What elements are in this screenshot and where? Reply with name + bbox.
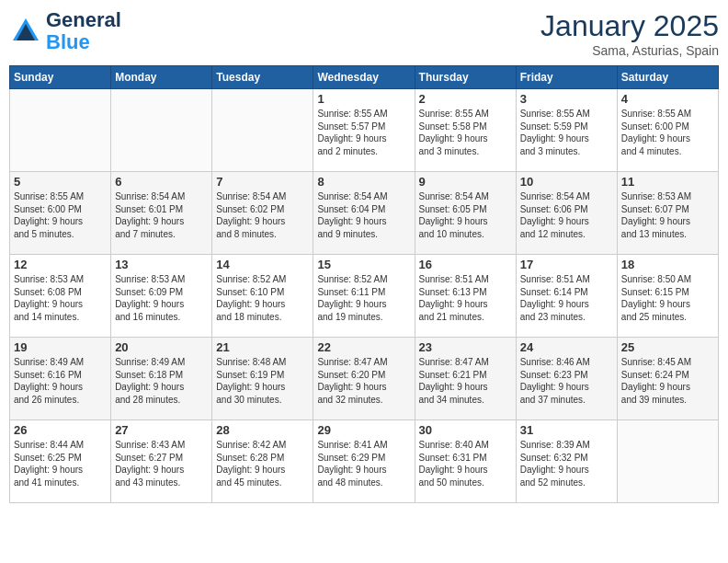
calendar-cell: 3Sunrise: 8:55 AM Sunset: 5:59 PM Daylig… (516, 89, 617, 172)
day-info: Sunrise: 8:47 AM Sunset: 6:21 PM Dayligh… (419, 356, 512, 406)
calendar-cell: 9Sunrise: 8:54 AM Sunset: 6:05 PM Daylig… (415, 172, 516, 255)
day-number: 21 (216, 340, 309, 354)
calendar-week-row: 1Sunrise: 8:55 AM Sunset: 5:57 PM Daylig… (10, 89, 719, 172)
day-number: 17 (520, 258, 613, 271)
day-number: 10 (520, 175, 613, 189)
day-info: Sunrise: 8:55 AM Sunset: 5:58 PM Dayligh… (419, 108, 512, 157)
day-info: Sunrise: 8:54 AM Sunset: 6:04 PM Dayligh… (317, 190, 410, 240)
calendar-cell: 1Sunrise: 8:55 AM Sunset: 5:57 PM Daylig… (313, 89, 415, 172)
day-info: Sunrise: 8:51 AM Sunset: 6:13 PM Dayligh… (419, 273, 512, 323)
day-number: 25 (621, 340, 714, 354)
calendar-cell: 17Sunrise: 8:51 AM Sunset: 6:14 PM Dayli… (516, 255, 617, 338)
calendar-cell: 24Sunrise: 8:46 AM Sunset: 6:23 PM Dayli… (516, 338, 617, 420)
calendar-cell: 2Sunrise: 8:55 AM Sunset: 5:58 PM Daylig… (415, 89, 516, 172)
calendar-cell: 23Sunrise: 8:47 AM Sunset: 6:21 PM Dayli… (415, 338, 516, 420)
day-number: 15 (317, 258, 410, 271)
calendar-cell: 29Sunrise: 8:41 AM Sunset: 6:29 PM Dayli… (313, 420, 415, 503)
day-number: 4 (621, 92, 714, 106)
day-info: Sunrise: 8:54 AM Sunset: 6:06 PM Dayligh… (520, 190, 613, 240)
day-number: 30 (419, 423, 512, 437)
calendar-table: SundayMondayTuesdayWednesdayThursdayFrid… (9, 65, 719, 503)
day-number: 3 (520, 92, 613, 106)
day-number: 18 (621, 258, 714, 271)
calendar-cell: 7Sunrise: 8:54 AM Sunset: 6:02 PM Daylig… (212, 172, 313, 255)
day-number: 22 (317, 340, 410, 354)
calendar-cell: 25Sunrise: 8:45 AM Sunset: 6:24 PM Dayli… (617, 338, 718, 420)
weekday-header: Tuesday (212, 66, 313, 89)
title-block: January 2025 Sama, Asturias, Spain (540, 9, 719, 58)
day-info: Sunrise: 8:49 AM Sunset: 6:16 PM Dayligh… (14, 356, 107, 406)
calendar-cell (10, 89, 111, 172)
day-info: Sunrise: 8:54 AM Sunset: 6:05 PM Dayligh… (419, 190, 512, 240)
calendar-cell: 30Sunrise: 8:40 AM Sunset: 6:31 PM Dayli… (415, 420, 516, 503)
day-number: 2 (419, 92, 512, 106)
day-info: Sunrise: 8:48 AM Sunset: 6:19 PM Dayligh… (216, 356, 309, 406)
day-number: 31 (520, 423, 613, 437)
day-number: 7 (216, 175, 309, 189)
day-info: Sunrise: 8:52 AM Sunset: 6:10 PM Dayligh… (216, 273, 309, 323)
calendar-cell: 8Sunrise: 8:54 AM Sunset: 6:04 PM Daylig… (313, 172, 415, 255)
day-info: Sunrise: 8:39 AM Sunset: 6:32 PM Dayligh… (520, 439, 613, 488)
calendar-cell: 20Sunrise: 8:49 AM Sunset: 6:18 PM Dayli… (111, 338, 212, 420)
calendar-cell (617, 420, 718, 503)
calendar-cell: 31Sunrise: 8:39 AM Sunset: 6:32 PM Dayli… (516, 420, 617, 503)
calendar-cell: 26Sunrise: 8:44 AM Sunset: 6:25 PM Dayli… (10, 420, 111, 503)
day-info: Sunrise: 8:55 AM Sunset: 5:59 PM Dayligh… (520, 108, 613, 157)
day-number: 19 (14, 340, 107, 354)
day-info: Sunrise: 8:55 AM Sunset: 6:00 PM Dayligh… (14, 190, 107, 240)
day-info: Sunrise: 8:49 AM Sunset: 6:18 PM Dayligh… (115, 356, 208, 406)
day-info: Sunrise: 8:40 AM Sunset: 6:31 PM Dayligh… (419, 439, 512, 488)
day-number: 1 (317, 92, 410, 106)
day-info: Sunrise: 8:54 AM Sunset: 6:02 PM Dayligh… (216, 190, 309, 240)
month-title: January 2025 (540, 9, 719, 43)
day-info: Sunrise: 8:45 AM Sunset: 6:24 PM Dayligh… (621, 356, 714, 406)
day-number: 9 (419, 175, 512, 189)
calendar-week-row: 5Sunrise: 8:55 AM Sunset: 6:00 PM Daylig… (10, 172, 719, 255)
calendar-cell: 21Sunrise: 8:48 AM Sunset: 6:19 PM Dayli… (212, 338, 313, 420)
weekday-header: Saturday (617, 66, 718, 89)
day-info: Sunrise: 8:42 AM Sunset: 6:28 PM Dayligh… (216, 439, 309, 488)
calendar-cell (212, 89, 313, 172)
calendar-cell: 13Sunrise: 8:53 AM Sunset: 6:09 PM Dayli… (111, 255, 212, 338)
weekday-header: Monday (111, 66, 212, 89)
day-info: Sunrise: 8:44 AM Sunset: 6:25 PM Dayligh… (14, 439, 107, 488)
page-header: General Blue January 2025 Sama, Asturias… (9, 9, 719, 58)
calendar-cell: 12Sunrise: 8:53 AM Sunset: 6:08 PM Dayli… (10, 255, 111, 338)
logo: General Blue (9, 9, 121, 53)
day-info: Sunrise: 8:55 AM Sunset: 5:57 PM Dayligh… (317, 108, 410, 157)
day-number: 29 (317, 423, 410, 437)
calendar-cell: 27Sunrise: 8:43 AM Sunset: 6:27 PM Dayli… (111, 420, 212, 503)
day-number: 24 (520, 340, 613, 354)
calendar-cell: 19Sunrise: 8:49 AM Sunset: 6:16 PM Dayli… (10, 338, 111, 420)
calendar-cell: 28Sunrise: 8:42 AM Sunset: 6:28 PM Dayli… (212, 420, 313, 503)
day-info: Sunrise: 8:55 AM Sunset: 6:00 PM Dayligh… (621, 108, 714, 157)
calendar-cell: 6Sunrise: 8:54 AM Sunset: 6:01 PM Daylig… (111, 172, 212, 255)
calendar-week-row: 26Sunrise: 8:44 AM Sunset: 6:25 PM Dayli… (10, 420, 719, 503)
day-number: 16 (419, 258, 512, 271)
day-number: 13 (115, 258, 208, 271)
calendar-cell: 15Sunrise: 8:52 AM Sunset: 6:11 PM Dayli… (313, 255, 415, 338)
day-number: 26 (14, 423, 107, 437)
day-info: Sunrise: 8:53 AM Sunset: 6:07 PM Dayligh… (621, 190, 714, 240)
calendar-cell: 5Sunrise: 8:55 AM Sunset: 6:00 PM Daylig… (10, 172, 111, 255)
day-info: Sunrise: 8:54 AM Sunset: 6:01 PM Dayligh… (115, 190, 208, 240)
day-info: Sunrise: 8:51 AM Sunset: 6:14 PM Dayligh… (520, 273, 613, 323)
weekday-header: Friday (516, 66, 617, 89)
day-info: Sunrise: 8:50 AM Sunset: 6:15 PM Dayligh… (621, 273, 714, 323)
day-info: Sunrise: 8:52 AM Sunset: 6:11 PM Dayligh… (317, 273, 410, 323)
day-number: 28 (216, 423, 309, 437)
calendar-cell: 14Sunrise: 8:52 AM Sunset: 6:10 PM Dayli… (212, 255, 313, 338)
calendar-cell: 18Sunrise: 8:50 AM Sunset: 6:15 PM Dayli… (617, 255, 718, 338)
calendar-cell (111, 89, 212, 172)
weekday-header: Wednesday (313, 66, 415, 89)
day-number: 12 (14, 258, 107, 271)
weekday-header: Thursday (415, 66, 516, 89)
calendar-week-row: 12Sunrise: 8:53 AM Sunset: 6:08 PM Dayli… (10, 255, 719, 338)
day-info: Sunrise: 8:47 AM Sunset: 6:20 PM Dayligh… (317, 356, 410, 406)
day-number: 5 (14, 175, 107, 189)
day-number: 8 (317, 175, 410, 189)
calendar-cell: 11Sunrise: 8:53 AM Sunset: 6:07 PM Dayli… (617, 172, 718, 255)
day-info: Sunrise: 8:46 AM Sunset: 6:23 PM Dayligh… (520, 356, 613, 406)
calendar-cell: 22Sunrise: 8:47 AM Sunset: 6:20 PM Dayli… (313, 338, 415, 420)
day-info: Sunrise: 8:53 AM Sunset: 6:08 PM Dayligh… (14, 273, 107, 323)
